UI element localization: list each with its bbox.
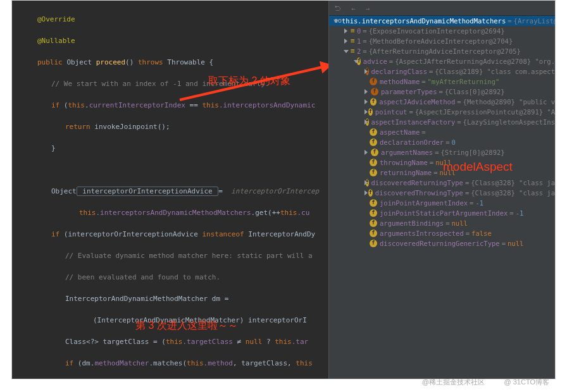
var-index-1[interactable]: ≡1={MethodBeforeAdviceInterceptor@2704} (329, 36, 555, 46)
chevron-down-icon[interactable] (353, 58, 356, 64)
var-argumentNames[interactable]: fargumentNames={String[0]@2892} (329, 147, 555, 157)
var-methodName[interactable]: fmethodName="myAfterReturning" (329, 77, 555, 87)
chevron-right-icon[interactable] (343, 28, 349, 34)
var-joinPointArgumentIndex[interactable]: fjoinPointArgumentIndex=-1 (329, 198, 555, 208)
debugger-panel[interactable]: ⮌ ← → oo this.interceptorsAndDynamicMeth… (328, 1, 555, 379)
var-aspectInstanceFactory[interactable]: faspectInstanceFactory={LazySingletonAsp… (329, 117, 555, 127)
var-index-2[interactable]: ≡2={AfterReturningAdviceInterceptor@2705… (329, 46, 555, 56)
var-pointcut[interactable]: fpointcut={AspectJExpressionPointcut@289… (329, 107, 555, 117)
field-icon: f (370, 240, 377, 247)
var-returningName[interactable]: freturningName=null (329, 168, 555, 178)
chevron-right-icon[interactable] (363, 180, 364, 186)
annotation-override: @Override (37, 15, 75, 23)
field-icon: f (370, 78, 377, 85)
chevron-right-icon[interactable] (343, 38, 349, 44)
chevron-right-icon[interactable] (363, 119, 364, 125)
chevron-right-icon[interactable] (363, 68, 364, 75)
chevron-right-icon[interactable] (363, 109, 367, 115)
watermark-2: @ 31CTO博客 (504, 377, 549, 387)
back-icon[interactable]: ⮌ (334, 3, 341, 13)
element-icon: ≡ (351, 26, 357, 36)
chevron-right-icon[interactable] (363, 149, 370, 156)
var-declaringClass[interactable]: fdeclaringClass={Class@2189} "class com.… (329, 66, 555, 77)
field-icon: f (370, 169, 377, 176)
var-discoveredReturningGenericType[interactable]: fdiscoveredReturningGenericType=null (329, 238, 555, 248)
field-icon: f (371, 149, 378, 156)
chevron-right-icon[interactable] (363, 89, 370, 95)
annotation-nullable: @Nullable (37, 37, 75, 45)
next-icon[interactable]: → (366, 3, 370, 13)
if-matches: if (dm.methodMatcher.matches(this.method… (23, 358, 328, 369)
field-icon: f (371, 88, 378, 95)
watermark-1: @稀土掘金技术社区 (422, 377, 485, 387)
field-icon: f (370, 230, 377, 237)
if-early-return: if (this.currentInterceptorIndex == this… (23, 100, 328, 111)
prev-icon[interactable]: ← (351, 3, 355, 13)
var-aspectName[interactable]: faspectName = (329, 127, 555, 137)
field-icon: f (370, 128, 377, 136)
field-icon: f (370, 219, 377, 227)
var-joinPointStaticPartArgumentIndex[interactable]: fjoinPointStaticPartArgumentIndex=-1 (329, 208, 555, 218)
var-index-0[interactable]: ≡0={ExposeInvocationInterceptor@2694} (329, 26, 555, 36)
field-icon: f (368, 108, 373, 116)
code-editor[interactable]: @Override @Nullable public Object procee… (12, 1, 328, 379)
var-discoveredReturningType[interactable]: fdiscoveredReturningType={Class@328} "cl… (329, 178, 555, 188)
var-parameterTypes[interactable]: fparameterTypes={Class[0]@2892} (329, 87, 555, 97)
field-icon: f (370, 138, 377, 146)
element-icon: ≡ (351, 36, 357, 46)
var-declarationOrder[interactable]: fdeclarationOrder=0 (329, 137, 555, 147)
var-interceptor-highlight: interceptorOrInterceptionAdvice (77, 187, 219, 196)
field-icon: f (370, 209, 377, 217)
var-throwingName[interactable]: fthrowingName=null (329, 157, 555, 168)
var-discoveredThrowingType[interactable]: fdiscoveredThrowingType={Class@328} "cla… (329, 188, 555, 198)
var-argumentBindings[interactable]: fargumentBindings=null (329, 218, 555, 228)
object-declaration: Object interceptorOrInterceptionAdvice =… (23, 186, 328, 197)
element-icon: ≡ (351, 46, 357, 56)
var-root[interactable]: oo this.interceptorsAndDynamicMethodMatc… (329, 16, 555, 26)
chevron-down-icon[interactable] (343, 48, 349, 54)
var-argumentsIntrospected[interactable]: fargumentsIntrospected=false (329, 228, 555, 238)
field-icon: f (370, 159, 377, 166)
method-signature: public Object proceed() throws Throwable… (23, 57, 328, 68)
if-instanceof: if (interceptorOrInterceptionAdvice inst… (23, 229, 328, 240)
field-icon: f (370, 98, 377, 106)
chevron-right-icon[interactable] (363, 190, 367, 196)
var-advice[interactable]: fadvice={AspectJAfterReturningAdvice@270… (329, 56, 555, 66)
debugger-toolbar: ⮌ ← → (329, 1, 555, 16)
target-class-line: Class<?> targetClass = (this.targetClass… (23, 336, 328, 347)
comment: // We start with an index of -1 and incr… (51, 80, 269, 88)
chevron-right-icon[interactable] (363, 99, 369, 105)
field-icon: f (370, 199, 377, 207)
field-icon: f (368, 189, 373, 197)
var-aspectJAdviceMethod[interactable]: faspectJAdviceMethod={Method@2890} "publ… (329, 97, 555, 107)
ide-window: @Override @Nullable public Object procee… (11, 0, 556, 379)
